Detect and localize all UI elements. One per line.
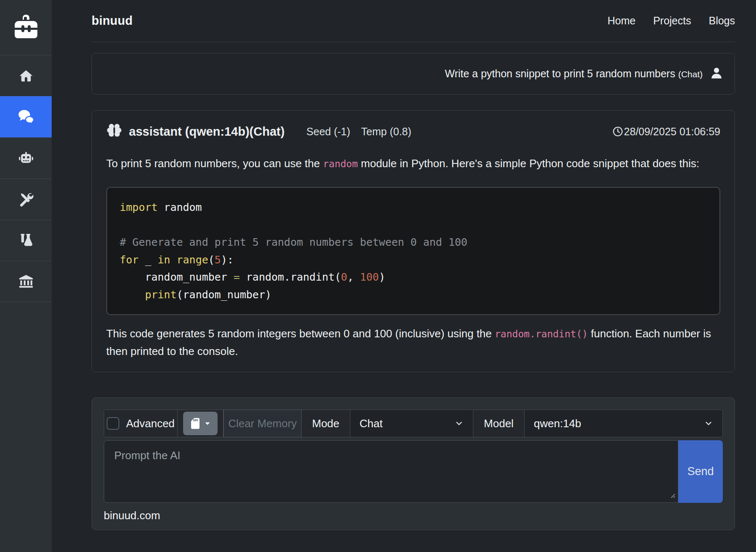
inline-code-randint: random.randint() bbox=[495, 329, 588, 339]
clock-icon bbox=[612, 126, 623, 137]
sidebar-logo[interactable] bbox=[0, 0, 52, 55]
assistant-name: assistant (qwen:14b)(Chat) bbox=[129, 125, 285, 139]
clear-memory-group: Clear Memory bbox=[223, 410, 302, 437]
temp-value: Temp (0.8) bbox=[361, 126, 411, 138]
person-icon bbox=[709, 66, 724, 82]
model-select-value: qwen:14b bbox=[534, 417, 581, 430]
user-message-text: Write a python snippet to print 5 random… bbox=[445, 68, 703, 80]
mode-label: Mode bbox=[302, 410, 350, 437]
site-footer-text: binuud.com bbox=[104, 509, 723, 522]
composer-card: Advanced bbox=[92, 397, 735, 530]
assistant-params: Seed (-1) Temp (0.8) bbox=[307, 126, 412, 138]
mode-select[interactable]: Chat bbox=[350, 410, 473, 437]
memory-split-button[interactable] bbox=[183, 412, 218, 435]
memory-button-group bbox=[178, 410, 223, 437]
sidebar-item-home[interactable] bbox=[0, 55, 52, 96]
assistant-message-card: assistant (qwen:14b)(Chat) Seed (-1) Tem… bbox=[92, 110, 735, 372]
nav-link-home[interactable]: Home bbox=[607, 15, 635, 27]
sidebar-item-bank[interactable] bbox=[0, 261, 52, 302]
advanced-label: Advanced bbox=[126, 417, 175, 430]
assistant-paragraph-1: To print 5 random numbers, you can use t… bbox=[106, 155, 720, 173]
brain-icon bbox=[106, 122, 122, 141]
chevron-down-icon bbox=[454, 419, 464, 428]
nav-link-projects[interactable]: Projects bbox=[653, 15, 691, 27]
user-message-mode: (Chat) bbox=[678, 69, 703, 79]
bank-icon bbox=[18, 273, 34, 289]
prompt-input[interactable] bbox=[104, 440, 678, 503]
advanced-toggle-group: Advanced bbox=[104, 410, 178, 437]
nav-link-blogs[interactable]: Blogs bbox=[709, 15, 735, 27]
assistant-paragraph-2: This code generates 5 random integers be… bbox=[106, 325, 720, 360]
seed-value: Seed (-1) bbox=[307, 126, 350, 138]
prompt-row: Send bbox=[104, 440, 723, 503]
inline-code-random: random bbox=[323, 158, 358, 169]
brand-title: binuud bbox=[92, 14, 133, 28]
model-select[interactable]: qwen:14b bbox=[525, 410, 722, 437]
home-icon bbox=[18, 68, 34, 84]
lab-flasks-icon bbox=[18, 232, 34, 249]
top-header: binuud Home Projects Blogs bbox=[92, 0, 735, 42]
caret-down-icon bbox=[204, 420, 211, 427]
main-area: binuud Home Projects Blogs Write a pytho… bbox=[52, 0, 756, 552]
advanced-checkbox[interactable] bbox=[107, 417, 119, 430]
sidebar-item-lab[interactable] bbox=[0, 220, 52, 261]
sidebar bbox=[0, 0, 52, 552]
mode-select-value: Chat bbox=[360, 417, 383, 430]
sidebar-item-tools[interactable] bbox=[0, 179, 52, 220]
composer-toolbar: Advanced bbox=[104, 410, 723, 437]
code-block: import random # Generate and print 5 ran… bbox=[106, 187, 720, 315]
assistant-timestamp: 28/09/2025 01:06:59 bbox=[612, 126, 720, 138]
resize-grip-icon[interactable] bbox=[667, 490, 676, 500]
sidebar-item-robot[interactable] bbox=[0, 137, 52, 179]
send-button[interactable]: Send bbox=[678, 440, 723, 503]
chat-bubbles-icon bbox=[17, 109, 35, 126]
sd-card-icon bbox=[190, 417, 200, 430]
robot-icon bbox=[18, 150, 34, 167]
toolbox-icon bbox=[13, 13, 39, 42]
app-window: binuud Home Projects Blogs Write a pytho… bbox=[0, 0, 756, 552]
clear-memory-button[interactable]: Clear Memory bbox=[228, 417, 297, 430]
chevron-down-icon bbox=[704, 419, 713, 428]
model-label: Model bbox=[473, 410, 525, 437]
screwdriver-wrench-icon bbox=[18, 191, 34, 208]
sidebar-item-chat[interactable] bbox=[0, 96, 52, 137]
top-nav: Home Projects Blogs bbox=[607, 15, 735, 27]
user-message-card: Write a python snippet to print 5 random… bbox=[92, 53, 735, 95]
assistant-header: assistant (qwen:14b)(Chat) Seed (-1) Tem… bbox=[106, 122, 720, 141]
